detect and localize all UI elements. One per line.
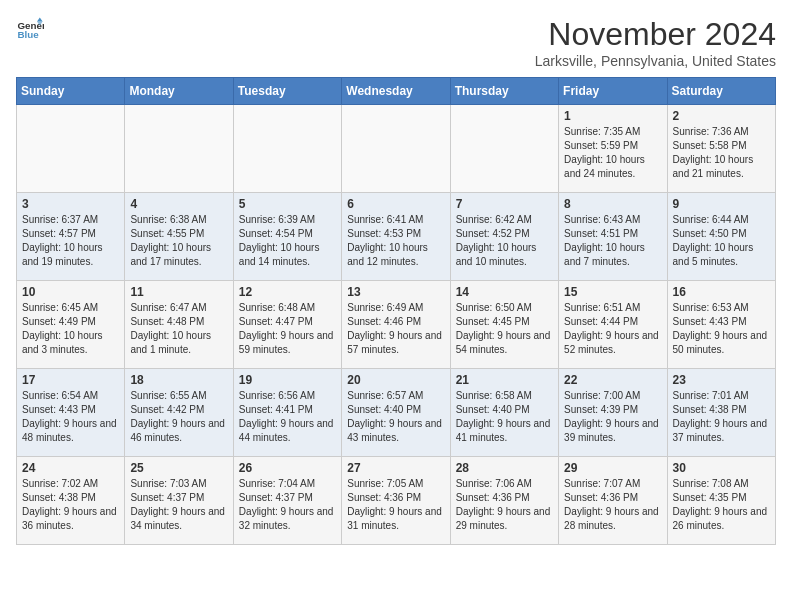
calendar-cell: 2Sunrise: 7:36 AMSunset: 5:58 PMDaylight… <box>667 105 775 193</box>
calendar-cell: 27Sunrise: 7:05 AMSunset: 4:36 PMDayligh… <box>342 457 450 545</box>
day-info: Sunrise: 7:02 AMSunset: 4:38 PMDaylight:… <box>22 477 119 533</box>
calendar-cell: 28Sunrise: 7:06 AMSunset: 4:36 PMDayligh… <box>450 457 558 545</box>
day-number: 16 <box>673 285 770 299</box>
day-info: Sunrise: 6:50 AMSunset: 4:45 PMDaylight:… <box>456 301 553 357</box>
day-number: 15 <box>564 285 661 299</box>
day-number: 2 <box>673 109 770 123</box>
day-of-week-header: Saturday <box>667 78 775 105</box>
calendar-cell <box>125 105 233 193</box>
day-info: Sunrise: 6:56 AMSunset: 4:41 PMDaylight:… <box>239 389 336 445</box>
day-info: Sunrise: 6:43 AMSunset: 4:51 PMDaylight:… <box>564 213 661 269</box>
day-number: 4 <box>130 197 227 211</box>
calendar-cell: 18Sunrise: 6:55 AMSunset: 4:42 PMDayligh… <box>125 369 233 457</box>
calendar-cell: 5Sunrise: 6:39 AMSunset: 4:54 PMDaylight… <box>233 193 341 281</box>
day-number: 19 <box>239 373 336 387</box>
day-info: Sunrise: 6:38 AMSunset: 4:55 PMDaylight:… <box>130 213 227 269</box>
calendar-cell <box>233 105 341 193</box>
day-number: 17 <box>22 373 119 387</box>
title-block: November 2024 Larksville, Pennsylvania, … <box>535 16 776 69</box>
calendar-cell: 11Sunrise: 6:47 AMSunset: 4:48 PMDayligh… <box>125 281 233 369</box>
calendar-body: 1Sunrise: 7:35 AMSunset: 5:59 PMDaylight… <box>17 105 776 545</box>
day-of-week-header: Monday <box>125 78 233 105</box>
day-number: 10 <box>22 285 119 299</box>
calendar-cell: 29Sunrise: 7:07 AMSunset: 4:36 PMDayligh… <box>559 457 667 545</box>
day-number: 23 <box>673 373 770 387</box>
calendar-cell: 7Sunrise: 6:42 AMSunset: 4:52 PMDaylight… <box>450 193 558 281</box>
day-number: 9 <box>673 197 770 211</box>
calendar-cell: 12Sunrise: 6:48 AMSunset: 4:47 PMDayligh… <box>233 281 341 369</box>
logo-icon: General Blue <box>16 16 44 44</box>
day-of-week-header: Friday <box>559 78 667 105</box>
day-info: Sunrise: 6:45 AMSunset: 4:49 PMDaylight:… <box>22 301 119 357</box>
day-number: 20 <box>347 373 444 387</box>
calendar-cell: 30Sunrise: 7:08 AMSunset: 4:35 PMDayligh… <box>667 457 775 545</box>
day-info: Sunrise: 7:00 AMSunset: 4:39 PMDaylight:… <box>564 389 661 445</box>
day-info: Sunrise: 6:51 AMSunset: 4:44 PMDaylight:… <box>564 301 661 357</box>
calendar-cell: 24Sunrise: 7:02 AMSunset: 4:38 PMDayligh… <box>17 457 125 545</box>
day-number: 29 <box>564 461 661 475</box>
day-number: 22 <box>564 373 661 387</box>
calendar-week-row: 24Sunrise: 7:02 AMSunset: 4:38 PMDayligh… <box>17 457 776 545</box>
calendar-week-row: 1Sunrise: 7:35 AMSunset: 5:59 PMDaylight… <box>17 105 776 193</box>
day-of-week-header: Thursday <box>450 78 558 105</box>
logo: General Blue <box>16 16 44 44</box>
day-number: 25 <box>130 461 227 475</box>
calendar-cell: 21Sunrise: 6:58 AMSunset: 4:40 PMDayligh… <box>450 369 558 457</box>
day-info: Sunrise: 7:08 AMSunset: 4:35 PMDaylight:… <box>673 477 770 533</box>
calendar-cell: 1Sunrise: 7:35 AMSunset: 5:59 PMDaylight… <box>559 105 667 193</box>
calendar-cell: 3Sunrise: 6:37 AMSunset: 4:57 PMDaylight… <box>17 193 125 281</box>
day-number: 27 <box>347 461 444 475</box>
day-info: Sunrise: 7:07 AMSunset: 4:36 PMDaylight:… <box>564 477 661 533</box>
day-of-week-header: Tuesday <box>233 78 341 105</box>
day-info: Sunrise: 6:37 AMSunset: 4:57 PMDaylight:… <box>22 213 119 269</box>
calendar-cell: 14Sunrise: 6:50 AMSunset: 4:45 PMDayligh… <box>450 281 558 369</box>
day-info: Sunrise: 6:58 AMSunset: 4:40 PMDaylight:… <box>456 389 553 445</box>
calendar-cell: 15Sunrise: 6:51 AMSunset: 4:44 PMDayligh… <box>559 281 667 369</box>
day-number: 5 <box>239 197 336 211</box>
day-info: Sunrise: 7:35 AMSunset: 5:59 PMDaylight:… <box>564 125 661 181</box>
day-info: Sunrise: 7:03 AMSunset: 4:37 PMDaylight:… <box>130 477 227 533</box>
calendar-cell: 9Sunrise: 6:44 AMSunset: 4:50 PMDaylight… <box>667 193 775 281</box>
day-info: Sunrise: 7:04 AMSunset: 4:37 PMDaylight:… <box>239 477 336 533</box>
day-number: 12 <box>239 285 336 299</box>
day-number: 11 <box>130 285 227 299</box>
day-info: Sunrise: 7:36 AMSunset: 5:58 PMDaylight:… <box>673 125 770 181</box>
calendar-week-row: 17Sunrise: 6:54 AMSunset: 4:43 PMDayligh… <box>17 369 776 457</box>
day-info: Sunrise: 6:48 AMSunset: 4:47 PMDaylight:… <box>239 301 336 357</box>
calendar-cell: 8Sunrise: 6:43 AMSunset: 4:51 PMDaylight… <box>559 193 667 281</box>
day-number: 30 <box>673 461 770 475</box>
svg-text:Blue: Blue <box>17 29 39 40</box>
day-number: 21 <box>456 373 553 387</box>
day-info: Sunrise: 6:54 AMSunset: 4:43 PMDaylight:… <box>22 389 119 445</box>
day-number: 26 <box>239 461 336 475</box>
calendar-cell <box>17 105 125 193</box>
calendar-cell: 23Sunrise: 7:01 AMSunset: 4:38 PMDayligh… <box>667 369 775 457</box>
day-info: Sunrise: 6:47 AMSunset: 4:48 PMDaylight:… <box>130 301 227 357</box>
calendar-cell: 25Sunrise: 7:03 AMSunset: 4:37 PMDayligh… <box>125 457 233 545</box>
calendar-cell <box>450 105 558 193</box>
calendar-cell: 10Sunrise: 6:45 AMSunset: 4:49 PMDayligh… <box>17 281 125 369</box>
day-number: 6 <box>347 197 444 211</box>
day-info: Sunrise: 6:49 AMSunset: 4:46 PMDaylight:… <box>347 301 444 357</box>
calendar-cell: 6Sunrise: 6:41 AMSunset: 4:53 PMDaylight… <box>342 193 450 281</box>
day-number: 7 <box>456 197 553 211</box>
calendar-cell: 4Sunrise: 6:38 AMSunset: 4:55 PMDaylight… <box>125 193 233 281</box>
calendar-cell: 26Sunrise: 7:04 AMSunset: 4:37 PMDayligh… <box>233 457 341 545</box>
day-number: 18 <box>130 373 227 387</box>
day-number: 14 <box>456 285 553 299</box>
calendar-week-row: 3Sunrise: 6:37 AMSunset: 4:57 PMDaylight… <box>17 193 776 281</box>
day-info: Sunrise: 7:06 AMSunset: 4:36 PMDaylight:… <box>456 477 553 533</box>
day-number: 3 <box>22 197 119 211</box>
calendar-cell: 17Sunrise: 6:54 AMSunset: 4:43 PMDayligh… <box>17 369 125 457</box>
month-title: November 2024 <box>535 16 776 53</box>
day-info: Sunrise: 7:05 AMSunset: 4:36 PMDaylight:… <box>347 477 444 533</box>
calendar-table: SundayMondayTuesdayWednesdayThursdayFrid… <box>16 77 776 545</box>
location-subtitle: Larksville, Pennsylvania, United States <box>535 53 776 69</box>
day-of-week-header: Wednesday <box>342 78 450 105</box>
calendar-cell: 19Sunrise: 6:56 AMSunset: 4:41 PMDayligh… <box>233 369 341 457</box>
day-number: 28 <box>456 461 553 475</box>
page-header: General Blue November 2024 Larksville, P… <box>16 16 776 69</box>
day-number: 24 <box>22 461 119 475</box>
day-info: Sunrise: 7:01 AMSunset: 4:38 PMDaylight:… <box>673 389 770 445</box>
day-number: 8 <box>564 197 661 211</box>
